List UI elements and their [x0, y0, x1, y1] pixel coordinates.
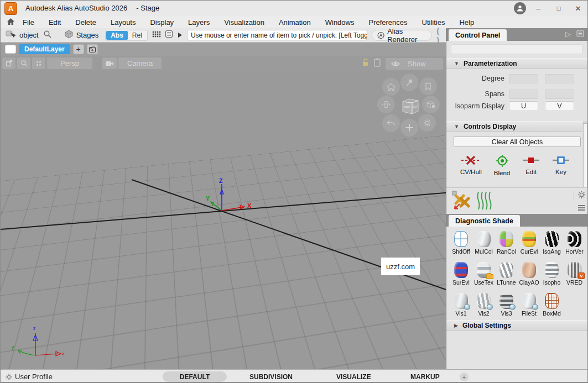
cv-hull-button[interactable]: CV/Hull	[460, 154, 482, 176]
prompt-brackets-icon[interactable]: ( )	[436, 26, 446, 45]
degree-u-field[interactable]	[509, 74, 538, 83]
undo-view-icon[interactable]	[382, 114, 400, 132]
shade-shdoff[interactable]: ShdOff	[450, 231, 472, 259]
default-layer-tab[interactable]: DefaultLayer	[19, 44, 70, 54]
shade-isopho[interactable]: Isopho	[540, 262, 563, 290]
shade-isoang[interactable]: IsoAng	[540, 231, 563, 259]
prompt-expand-icon[interactable]	[178, 30, 183, 40]
shade-vis3[interactable]: Vis3	[495, 293, 518, 321]
bookmark-view-icon[interactable]	[419, 77, 437, 95]
menu-windows[interactable]: Windows	[325, 18, 355, 27]
viewport-dots-icon[interactable]	[32, 57, 45, 69]
pick-object-icon[interactable]	[5, 29, 17, 41]
add-layer-button[interactable]: +	[73, 44, 84, 54]
perspective-viewport[interactable]: Z X Y z x y	[1, 71, 446, 369]
show-menu-button[interactable]: Show	[386, 58, 443, 70]
user-avatar[interactable]	[514, 2, 526, 14]
north-view-icon[interactable]: N	[377, 96, 395, 113]
shade-boxmd[interactable]: BoxMd	[540, 293, 563, 321]
isoparm-v-button[interactable]: V	[545, 101, 574, 111]
shade-ltunne[interactable]: LTunne	[495, 262, 518, 290]
isoparm-u-button[interactable]: U	[509, 101, 538, 111]
shade-vis2[interactable]: Vis2	[472, 293, 495, 321]
abs-button[interactable]: Abs	[106, 31, 128, 40]
panel-play-icon[interactable]: ▷	[565, 30, 571, 39]
controls-display-section-header[interactable]: ▼ Controls Display	[446, 121, 588, 132]
camera-view-button[interactable]: Camera	[118, 57, 162, 69]
home-view-icon[interactable]	[382, 78, 400, 96]
menu-utilities[interactable]: Utilities	[422, 18, 445, 27]
shade-mulcol[interactable]: MulCol	[472, 231, 495, 259]
pin-view-icon[interactable]	[400, 74, 418, 91]
pick-object-label[interactable]: object	[19, 31, 39, 39]
stages-icon[interactable]	[64, 30, 74, 41]
panel-name-field[interactable]	[451, 44, 582, 54]
parameterization-section-header[interactable]: ▼ Parameterization	[446, 58, 588, 69]
add-layer-folder-button[interactable]	[87, 44, 98, 54]
pop-out-icon[interactable]	[2, 57, 15, 69]
diagnostic-gear-icon[interactable]	[577, 190, 586, 202]
degree-v-field[interactable]	[545, 74, 574, 83]
diagnostic-shade-tab[interactable]: Diagnostic Shade	[449, 215, 520, 227]
key-button[interactable]: Key	[552, 154, 570, 176]
notes-icon[interactable]	[165, 30, 173, 40]
zebra-stripes-icon[interactable]	[475, 191, 494, 213]
spans-u-field[interactable]	[509, 90, 538, 99]
menu-layers[interactable]: Layers	[188, 18, 210, 27]
view-cube[interactable]: FRO LEFT	[398, 95, 420, 117]
maximize-button[interactable]: □	[554, 3, 564, 13]
home-icon[interactable]	[6, 17, 15, 29]
persp-view-button[interactable]: Persp	[47, 57, 92, 69]
blend-button[interactable]: Blend	[494, 154, 510, 176]
menu-edit[interactable]: Edit	[49, 18, 61, 27]
panel-menu-icon[interactable]	[576, 30, 584, 39]
alias-renderer-button[interactable]: Alias Renderer	[372, 30, 432, 41]
menu-file[interactable]: File	[23, 18, 34, 27]
diagnostic-menu-icon[interactable]	[577, 203, 586, 213]
shade-rancol[interactable]: RanCol	[495, 231, 518, 259]
tab-subdivision[interactable]: SUBDIVISION	[249, 373, 293, 381]
control-panel-tab[interactable]: Control Panel	[449, 29, 507, 41]
spans-v-field[interactable]	[545, 90, 574, 99]
shade-surevl[interactable]: SurEvl	[450, 262, 472, 290]
minimize-button[interactable]: –	[533, 3, 543, 13]
add-view-icon[interactable]	[400, 119, 418, 137]
control-panel-header: Control Panel ▷	[446, 28, 588, 41]
deviation-check-icon[interactable]	[452, 191, 471, 213]
shade-curevl[interactable]: CurEvl	[518, 231, 540, 259]
prompt-line[interactable]: Use mouse or enter name of item to pick …	[187, 30, 367, 40]
layer-visibility-checkbox[interactable]	[5, 45, 16, 54]
close-button[interactable]: ✕	[573, 3, 583, 13]
shade-vred[interactable]: VVRED	[563, 262, 586, 290]
search-icon[interactable]	[43, 30, 52, 41]
view-settings-gear-icon[interactable]	[418, 114, 436, 132]
tab-markup[interactable]: MARKUP	[410, 373, 440, 381]
menu-help[interactable]: Help	[459, 18, 474, 27]
shade-clayao[interactable]: ClayAO	[518, 262, 540, 290]
menu-visualization[interactable]: Visualization	[224, 18, 264, 27]
edit-button[interactable]: Edit	[522, 154, 540, 176]
menu-layouts[interactable]: Layouts	[111, 18, 136, 27]
user-profile-button[interactable]: User Profile	[5, 372, 53, 381]
lock-icon[interactable]	[361, 57, 371, 70]
rel-button[interactable]: Rel	[128, 31, 147, 40]
shade-filest[interactable]: FileSt	[518, 293, 540, 321]
clipboard-icon[interactable]	[373, 57, 382, 70]
isolate-view-icon[interactable]	[422, 96, 440, 113]
tab-visualize[interactable]: VISUALIZE	[336, 373, 371, 381]
clear-all-objects-button[interactable]: Clear All Objects	[454, 137, 581, 147]
global-settings-header[interactable]: ▶ Global Settings	[446, 320, 588, 330]
viewport-search-icon[interactable]	[17, 57, 30, 69]
stages-label[interactable]: Stages	[76, 31, 98, 39]
grid-dots-icon[interactable]	[152, 30, 162, 40]
tab-default[interactable]: DEFAULT	[163, 371, 227, 382]
shade-horver[interactable]: HorVer	[563, 231, 586, 259]
camera-icon[interactable]	[102, 57, 117, 69]
shade-vis1[interactable]: Vis1	[450, 293, 472, 321]
menu-preferences[interactable]: Preferences	[368, 18, 407, 27]
add-workspace-button[interactable]: +	[460, 372, 469, 381]
shade-usetex[interactable]: UseTex	[472, 262, 495, 290]
menu-delete[interactable]: Delete	[75, 18, 96, 27]
menu-display[interactable]: Display	[150, 18, 174, 27]
menu-animation[interactable]: Animation	[279, 18, 311, 27]
